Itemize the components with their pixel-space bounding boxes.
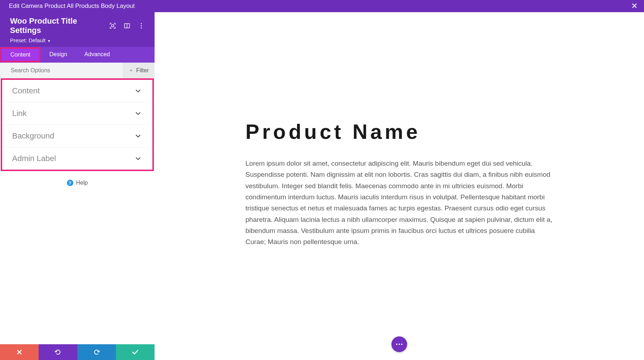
section-content[interactable]: Content bbox=[2, 80, 152, 102]
section-background[interactable]: Background bbox=[2, 125, 152, 147]
preset-selector[interactable]: Preset: Default ▼ bbox=[10, 37, 145, 43]
help-label: Help bbox=[76, 180, 88, 186]
section-admin-label[interactable]: Admin Label bbox=[2, 147, 152, 170]
preview-canvas: Product Name Lorem ipsum dolor sit amet,… bbox=[155, 12, 644, 360]
close-icon[interactable]: ✕ bbox=[631, 2, 638, 10]
tab-content[interactable]: Content bbox=[0, 47, 40, 62]
undo-button[interactable] bbox=[39, 344, 77, 360]
tab-advanced[interactable]: Advanced bbox=[76, 47, 118, 63]
chevron-down-icon bbox=[135, 157, 141, 160]
svg-point-7 bbox=[399, 344, 400, 345]
search-input[interactable] bbox=[0, 67, 123, 74]
filter-label: Filter bbox=[136, 67, 149, 74]
product-description: Lorem ipsum dolor sit amet, consectetur … bbox=[245, 158, 553, 248]
save-button[interactable] bbox=[116, 344, 155, 360]
preset-label: Preset: Default bbox=[10, 37, 45, 43]
top-bar: Edit Camera Product All Products Body La… bbox=[0, 0, 644, 12]
tab-design[interactable]: Design bbox=[41, 47, 76, 63]
sidebar-header: Woo Product Title Settings Preset: Defau… bbox=[0, 12, 155, 47]
content-block: Product Name Lorem ipsum dolor sit amet,… bbox=[245, 120, 553, 360]
sections-list: Content Link Background Admin Label bbox=[1, 78, 154, 171]
svg-point-3 bbox=[141, 23, 142, 24]
settings-sidebar: Woo Product Title Settings Preset: Defau… bbox=[0, 12, 155, 360]
help-icon: ? bbox=[67, 180, 73, 186]
svg-point-6 bbox=[396, 344, 397, 345]
focus-icon[interactable] bbox=[109, 23, 116, 29]
breadcrumb: Edit Camera Product All Products Body La… bbox=[9, 3, 135, 10]
svg-point-5 bbox=[141, 27, 142, 28]
settings-title: Woo Product Title Settings bbox=[10, 16, 102, 35]
caret-down-icon: ▼ bbox=[46, 39, 51, 43]
chevron-down-icon bbox=[135, 112, 141, 115]
svg-point-8 bbox=[401, 344, 402, 345]
help-link[interactable]: ? Help bbox=[0, 171, 155, 195]
product-title: Product Name bbox=[245, 120, 553, 143]
bottom-actions bbox=[0, 344, 155, 360]
plus-icon: ＋ bbox=[128, 67, 134, 74]
search-bar: ＋ Filter bbox=[0, 63, 155, 78]
svg-rect-0 bbox=[112, 25, 114, 27]
chevron-down-icon bbox=[135, 89, 141, 93]
cancel-button[interactable] bbox=[0, 344, 39, 360]
settings-tabs: Content Design Advanced bbox=[0, 47, 155, 63]
panel-icon[interactable] bbox=[124, 23, 130, 29]
section-link[interactable]: Link bbox=[2, 102, 152, 125]
floating-more-button[interactable] bbox=[391, 336, 407, 352]
filter-button[interactable]: ＋ Filter bbox=[123, 63, 155, 78]
svg-point-4 bbox=[141, 25, 142, 26]
chevron-down-icon bbox=[135, 134, 141, 138]
redo-button[interactable] bbox=[77, 344, 116, 360]
more-icon[interactable] bbox=[138, 23, 145, 29]
